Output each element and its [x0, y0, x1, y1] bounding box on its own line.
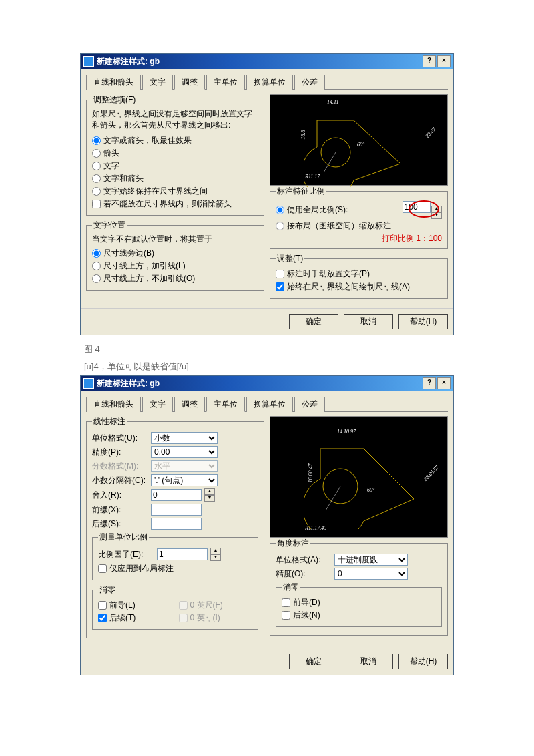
- dialog-title: 新建标注样式: gb: [97, 56, 160, 67]
- label: 使用全局比例(S):: [287, 204, 400, 216]
- tab-alt-units[interactable]: 换算单位: [246, 397, 293, 412]
- ok-button[interactable]: 确定: [289, 314, 338, 329]
- close-icon[interactable]: ×: [437, 377, 451, 389]
- factor-spinner[interactable]: ▲▼: [210, 548, 221, 561]
- tab-primary-units[interactable]: 主单位: [206, 397, 245, 412]
- dim-left: 16.6: [300, 130, 306, 140]
- fit-options-intro: 如果尺寸界线之间没有足够空间同时放置文字和箭头，那么首先从尺寸界线之间移出:: [92, 108, 258, 131]
- precision-select[interactable]: 0.00: [151, 446, 218, 458]
- tab-fit[interactable]: 调整: [174, 75, 205, 90]
- tab-tolerance[interactable]: 公差: [294, 397, 325, 412]
- dim-top: 14.11: [327, 99, 338, 105]
- label: 小数分隔符(C):: [92, 475, 147, 486]
- dim-angle: 60°: [367, 487, 374, 493]
- legend: 角度标注: [276, 538, 310, 549]
- tabstrip: 直线和箭头 文字 调整 主单位 换算单位 公差: [86, 74, 448, 90]
- radio-text-and-arrows[interactable]: [92, 174, 101, 183]
- dim-top: 14.10.97: [337, 429, 356, 435]
- chk-trailing[interactable]: [98, 614, 107, 622]
- close-icon[interactable]: ×: [437, 55, 451, 67]
- decimal-sep-select[interactable]: '.' (句点): [151, 474, 218, 486]
- radio-above-no-leader[interactable]: [92, 274, 101, 283]
- radio-text[interactable]: [92, 162, 101, 170]
- label: 前导(L): [109, 600, 136, 611]
- angular-group: 角度标注 单位格式(A):十进制度数 精度(O):0 消零 前导(D) 后续(N…: [270, 538, 448, 636]
- chk-layout-only[interactable]: [98, 564, 107, 573]
- help-titlebar-button[interactable]: ?: [423, 377, 436, 389]
- label: 箭头: [103, 148, 119, 159]
- label: 文字或箭头，取最佳效果: [103, 135, 192, 146]
- label: 比例因子(E):: [98, 549, 153, 560]
- radio-above-leader[interactable]: [92, 262, 101, 270]
- dim-radius: R11.17.43: [305, 525, 326, 531]
- fraction-select: 水平: [151, 460, 218, 472]
- angular-format-select[interactable]: 十进制度数: [334, 554, 408, 566]
- titlebar-2: 新建标注样式: gb ? ×: [81, 376, 453, 391]
- legend: 消零: [98, 584, 117, 596]
- label: 始终在尺寸界线之间绘制尺寸线(A): [287, 281, 410, 293]
- tab-alt-units[interactable]: 换算单位: [246, 75, 293, 90]
- legend: 调整(T): [276, 253, 304, 264]
- radio-always-inside[interactable]: [92, 187, 101, 196]
- radio-best-fit[interactable]: [92, 136, 101, 145]
- radio-beside[interactable]: [92, 249, 101, 258]
- dialog-fit: 新建标注样式: gb ? × 直线和箭头 文字 调整 主单位 换算单位 公差 调…: [80, 53, 454, 335]
- chk-ang-leading[interactable]: [282, 598, 290, 607]
- label: 仅应用到布局标注: [109, 563, 174, 574]
- label: 0 英尺(F): [190, 600, 223, 611]
- annotation-text: 打印比例 1：100: [276, 233, 442, 244]
- ok-button[interactable]: 确定: [289, 654, 338, 669]
- round-spinner[interactable]: ▲▼: [204, 488, 215, 502]
- tabstrip-2: 直线和箭头 文字 调整 主单位 换算单位 公差: [86, 396, 448, 412]
- prefix-field[interactable]: [151, 504, 202, 516]
- label: 若不能放在尺寸界线内，则消除箭头: [103, 198, 232, 210]
- label: 按布局（图纸空间）缩放标注: [287, 220, 391, 232]
- tab-primary-units[interactable]: 主单位: [206, 75, 245, 90]
- radio-layout-scale[interactable]: [276, 222, 284, 230]
- help-titlebar-button[interactable]: ?: [423, 55, 436, 67]
- radio-global-scale[interactable]: [276, 206, 284, 214]
- radio-arrows[interactable]: [92, 149, 101, 158]
- cancel-button[interactable]: 取消: [344, 654, 393, 669]
- label: 尺寸线旁边(B): [103, 248, 154, 259]
- label: 分数格式(M):: [92, 461, 147, 472]
- label: 舍入(R):: [92, 490, 147, 501]
- label: 单位格式(A):: [276, 554, 330, 566]
- chk-leading[interactable]: [98, 601, 107, 610]
- scale-spinner[interactable]: ▲▼: [431, 206, 442, 219]
- suffix-field[interactable]: [151, 518, 202, 530]
- chk-manual-text[interactable]: [276, 270, 284, 278]
- figure-note: [u]4，单位可以是缺省值[/u]: [84, 361, 454, 373]
- angular-precision-select[interactable]: 0: [334, 568, 408, 580]
- unit-format-select[interactable]: 小数: [151, 432, 218, 444]
- tab-fit[interactable]: 调整: [174, 397, 205, 412]
- chk-ang-trailing[interactable]: [282, 611, 290, 620]
- zero-suppress-angular: 消零 前导(D) 后续(N): [276, 582, 442, 627]
- tab-text[interactable]: 文字: [142, 397, 173, 412]
- dim-right: 28.07: [424, 126, 437, 139]
- tab-text[interactable]: 文字: [142, 75, 173, 90]
- chk-always-draw-dimline[interactable]: [276, 282, 284, 291]
- preview-pane-2: 14.10.97 28.05.57 16.60.47 60° R11.17.43: [270, 416, 448, 538]
- text-placement-intro: 当文字不在默认位置时，将其置于: [92, 234, 258, 245]
- dialog-title: 新建标注样式: gb: [97, 378, 160, 389]
- app-icon: [83, 56, 94, 67]
- label: 标注时手动放置文字(P): [287, 268, 370, 280]
- scale-factor-field[interactable]: [157, 548, 208, 560]
- zero-suppress-linear: 消零 前导(L) 后续(T) 0 英尺(F) 0 英寸(I): [92, 584, 258, 630]
- help-button[interactable]: 帮助(H): [398, 654, 448, 669]
- linear-group: 线性标注 单位格式(U):小数 精度(P):0.00 分数格式(M):水平 小数…: [86, 416, 264, 638]
- tab-lines[interactable]: 直线和箭头: [86, 75, 141, 90]
- scale-group: 标注特征比例 使用全局比例(S): ▲▼ 按布局（图纸空间）缩放标注 打印比例 …: [270, 186, 448, 249]
- legend: 测量单位比例: [98, 532, 149, 543]
- global-scale-field[interactable]: [403, 201, 431, 213]
- titlebar: 新建标注样式: gb ? ×: [81, 54, 453, 69]
- tab-tolerance[interactable]: 公差: [294, 75, 325, 90]
- chk-suppress-arrows[interactable]: [92, 200, 101, 208]
- help-button[interactable]: 帮助(H): [398, 314, 448, 329]
- tab-lines[interactable]: 直线和箭头: [86, 397, 141, 412]
- round-field[interactable]: [151, 489, 202, 501]
- cancel-button[interactable]: 取消: [344, 314, 393, 329]
- label: 后续(T): [109, 612, 136, 624]
- label: 单位格式(U):: [92, 433, 147, 444]
